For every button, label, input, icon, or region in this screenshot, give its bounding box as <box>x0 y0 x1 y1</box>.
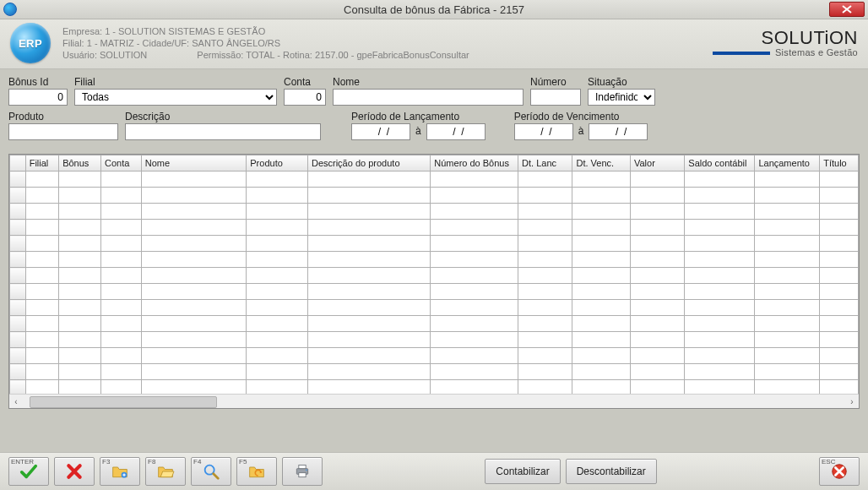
bottom-toolbar: ENTER F3 F8 F4 F5 <box>0 452 868 490</box>
close-icon <box>842 5 852 14</box>
select-situacao[interactable]: Indefinido <box>588 89 655 106</box>
table-row[interactable] <box>10 252 859 268</box>
col-conta[interactable]: Conta <box>100 155 141 172</box>
f8-key: F8 <box>148 459 155 466</box>
table-row[interactable] <box>10 236 859 252</box>
confirm-button[interactable]: ENTER <box>8 457 49 486</box>
input-lanc-to[interactable] <box>426 123 486 140</box>
descontabilizar-label: Descontabilizar <box>577 466 646 477</box>
f3-key: F3 <box>102 459 110 466</box>
table-row[interactable] <box>10 300 859 316</box>
col-produto[interactable]: Produto <box>247 155 308 172</box>
f3-button[interactable]: F3 <box>100 457 140 486</box>
table-row[interactable] <box>10 204 859 220</box>
input-numero[interactable] <box>530 89 581 106</box>
f5-key: F5 <box>239 459 247 466</box>
folder-open-icon <box>156 463 175 480</box>
table-row[interactable] <box>10 220 859 236</box>
cancel-button[interactable] <box>54 457 95 486</box>
f4-button[interactable]: F4 <box>191 457 231 486</box>
input-venc-to[interactable] <box>589 123 648 140</box>
f5-button[interactable]: F5 <box>236 457 277 486</box>
label-conta: Conta <box>284 76 326 88</box>
search-icon <box>202 462 220 481</box>
folder-new-icon <box>111 463 129 480</box>
table-row[interactable] <box>10 172 859 188</box>
col-bonus[interactable]: Bônus <box>59 155 101 172</box>
esc-button[interactable]: ESC <box>819 457 860 486</box>
scroll-left-icon[interactable]: ‹ <box>9 395 23 408</box>
col-desc-produto[interactable]: Descrição do produto <box>307 155 430 172</box>
label-situacao: Situação <box>588 76 655 88</box>
window-titlebar: Consulta de bônus da Fábrica - 2157 <box>0 0 868 19</box>
col-dt-venc[interactable]: Dt. Venc. <box>572 155 631 172</box>
col-valor[interactable]: Valor <box>630 155 684 172</box>
header-bar: Empresa: 1 - SOLUTION SISTEMAS E GESTÃO … <box>0 19 868 69</box>
col-nome[interactable]: Nome <box>141 155 247 172</box>
table-row[interactable] <box>10 364 859 380</box>
label-descricao: Descrição <box>125 111 321 122</box>
x-red-icon <box>66 463 83 480</box>
col-saldo[interactable]: Saldo contábil <box>685 155 755 172</box>
col-dt-lanc[interactable]: Dt. Lanc <box>518 155 572 172</box>
folder-refresh-icon <box>247 463 266 480</box>
printer-icon <box>293 463 312 480</box>
venc-sep: à <box>577 125 586 139</box>
brand-main: SOLUTiON <box>713 29 858 47</box>
header-permissao: Permissão: TOTAL - Rotina: 2157.00 - gpe… <box>197 49 469 61</box>
svg-point-5 <box>306 470 307 471</box>
table-row[interactable] <box>10 332 859 348</box>
label-bonus-id: Bônus Id <box>8 76 68 88</box>
descontabilizar-button[interactable]: Descontabilizar <box>566 459 657 484</box>
label-nome: Nome <box>333 76 524 88</box>
header-filial: Filial: 1 - MATRIZ - Cidade/UF: SANTO ÂN… <box>62 37 701 49</box>
grid-hscrollbar[interactable]: ‹ › <box>9 394 859 408</box>
col-rowhead[interactable] <box>10 155 26 172</box>
header-usuario: Usuário: SOLUTION <box>62 50 147 60</box>
contabilizar-button[interactable]: Contabilizar <box>485 459 560 484</box>
table-row[interactable] <box>10 348 859 364</box>
data-grid[interactable]: Filial Bônus Conta Nome Produto Descriçã… <box>9 155 859 396</box>
header-info: Empresa: 1 - SOLUTION SISTEMAS E GESTÃO … <box>62 25 701 61</box>
col-filial[interactable]: Filial <box>25 155 58 172</box>
input-descricao[interactable] <box>125 123 321 140</box>
input-lanc-from[interactable] <box>351 123 410 140</box>
brand-sub: Sistemas e Gestão <box>775 48 858 57</box>
window-close-button[interactable] <box>829 2 865 17</box>
input-produto[interactable] <box>8 123 118 140</box>
label-filial: Filial <box>74 76 277 88</box>
lanc-sep: à <box>414 125 423 139</box>
label-periodo-venc: Período de Vencimento <box>514 111 648 122</box>
f8-button[interactable]: F8 <box>145 457 186 486</box>
label-numero: Número <box>530 76 581 88</box>
print-button[interactable] <box>282 457 323 486</box>
scroll-right-icon[interactable]: › <box>845 395 859 408</box>
svg-rect-3 <box>299 466 306 469</box>
col-titulo[interactable]: Título <box>820 155 859 172</box>
input-venc-from[interactable] <box>514 123 573 140</box>
table-row[interactable] <box>10 316 859 332</box>
brand-bar <box>713 52 770 55</box>
col-lancamento[interactable]: Lançamento <box>755 155 820 172</box>
col-num-bonus[interactable]: Número do Bônus <box>431 155 518 172</box>
label-produto: Produto <box>8 111 118 122</box>
input-nome[interactable] <box>333 89 524 106</box>
f4-key: F4 <box>193 459 201 466</box>
input-conta[interactable] <box>284 89 326 106</box>
esc-key: ESC <box>822 459 835 466</box>
filters-panel: Bônus Id Filial Todas Conta Nome Número … <box>0 69 868 154</box>
table-row[interactable] <box>10 188 859 204</box>
header-empresa: Empresa: 1 - SOLUTION SISTEMAS E GESTÃO <box>62 25 701 37</box>
table-row[interactable] <box>10 284 859 300</box>
input-bonus-id[interactable] <box>8 89 68 106</box>
svg-rect-4 <box>299 473 306 477</box>
table-row[interactable] <box>10 268 859 284</box>
grid-wrap: Filial Bônus Conta Nome Produto Descriçã… <box>8 154 860 409</box>
erp-logo-icon <box>10 23 51 63</box>
select-filial[interactable]: Todas <box>74 89 277 106</box>
window-title: Consulta de bônus da Fábrica - 2157 <box>344 3 524 16</box>
app-icon <box>3 3 17 16</box>
label-periodo-lanc: Período de Lançamento <box>351 111 486 122</box>
contabilizar-label: Contabilizar <box>496 466 549 477</box>
scroll-thumb[interactable] <box>30 396 217 408</box>
